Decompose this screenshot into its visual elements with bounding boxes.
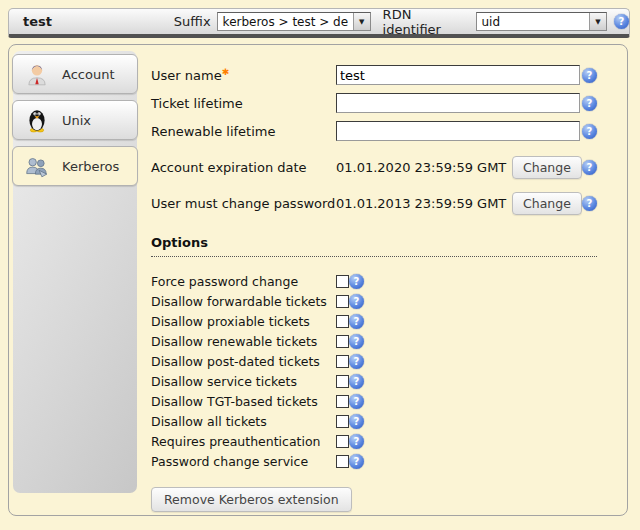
tab-kerberos[interactable]: Kerberos — [12, 146, 138, 186]
disallow-forwardable-checkbox[interactable] — [336, 295, 349, 308]
form-row-renewable-lifetime: Renewable lifetime ? — [151, 117, 597, 145]
suffix-select[interactable]: kerberos > test > de ▼ — [217, 12, 371, 31]
option-row-disallow-tgt-based: Disallow TGT-based tickets ? — [151, 391, 597, 411]
renewable-lifetime-label: Renewable lifetime — [151, 124, 336, 139]
ticket-lifetime-input[interactable] — [336, 93, 580, 113]
tab-account[interactable]: Account — [12, 54, 138, 94]
help-icon[interactable]: ? — [349, 294, 364, 309]
disallow-renewable-checkbox[interactable] — [336, 335, 349, 348]
disallow-proxiable-checkbox[interactable] — [336, 315, 349, 328]
chevron-down-icon[interactable]: ▼ — [353, 13, 370, 30]
renewable-lifetime-input[interactable] — [336, 121, 580, 141]
user-icon — [24, 61, 50, 87]
suffix-label: Suffix — [174, 14, 211, 29]
help-icon[interactable]: ? — [349, 274, 364, 289]
suffix-selected-value: kerberos > test > de — [218, 13, 353, 30]
option-row-requires-preauthentication: Requires preauthentication ? — [151, 431, 597, 451]
help-icon[interactable]: ? — [349, 314, 364, 329]
option-row-disallow-all-tickets: Disallow all tickets ? — [151, 411, 597, 431]
password-change-date-label: User must change password — [151, 196, 336, 211]
password-change-service-checkbox[interactable] — [336, 455, 349, 468]
help-icon[interactable]: ? — [349, 414, 364, 429]
help-icon[interactable]: ? — [349, 374, 364, 389]
disallow-service-checkbox[interactable] — [336, 375, 349, 388]
help-icon[interactable]: ? — [349, 394, 364, 409]
remove-kerberos-extension-button[interactable]: Remove Kerberos extension — [151, 487, 352, 512]
option-row-disallow-service: Disallow service tickets ? — [151, 371, 597, 391]
user-name-label: User name✱ — [151, 67, 336, 83]
tab-unix[interactable]: Unix — [12, 100, 138, 140]
form-row-password-change-date: User must change password 01.01.2013 23:… — [151, 189, 597, 217]
force-password-change-checkbox[interactable] — [336, 275, 349, 288]
requires-preauthentication-checkbox[interactable] — [336, 435, 349, 448]
form-row-user-name: User name✱ ? — [151, 61, 597, 89]
help-icon[interactable]: ? — [349, 334, 364, 349]
rdn-identifier-select[interactable]: uid ▼ — [476, 12, 608, 31]
help-icon[interactable]: ? — [349, 434, 364, 449]
account-expiration-value: 01.01.2020 23:59:59 GMT — [336, 160, 508, 175]
tab-account-label: Account — [62, 67, 115, 82]
options-list: Force password change ? Disallow forward… — [151, 271, 597, 471]
change-expiration-button[interactable]: Change — [512, 156, 582, 179]
help-icon[interactable]: ? — [582, 68, 597, 83]
help-icon[interactable]: ? — [614, 14, 629, 29]
user-name-input[interactable] — [336, 65, 580, 85]
tab-unix-label: Unix — [62, 113, 91, 128]
content-panel: Account Unix — [8, 44, 628, 516]
rdn-identifier-label: RDN identifier — [383, 7, 470, 37]
chevron-down-icon[interactable]: ▼ — [589, 13, 606, 30]
page-title: test — [23, 14, 166, 29]
form-row-account-expiration: Account expiration date 01.01.2020 23:59… — [151, 153, 597, 181]
password-change-date-value: 01.01.2013 23:59:59 GMT — [336, 196, 508, 211]
option-row-password-change-service: Password change service ? — [151, 451, 597, 471]
help-icon[interactable]: ? — [582, 96, 597, 111]
help-icon[interactable]: ? — [582, 160, 597, 175]
disallow-postdated-checkbox[interactable] — [336, 355, 349, 368]
form-row-ticket-lifetime: Ticket lifetime ? — [151, 89, 597, 117]
help-icon[interactable]: ? — [582, 196, 597, 211]
option-row-disallow-postdated: Disallow post-dated tickets ? — [151, 351, 597, 371]
options-heading: Options — [151, 235, 597, 257]
option-row-disallow-renewable: Disallow renewable tickets ? — [151, 331, 597, 351]
tab-kerberos-label: Kerberos — [62, 159, 119, 174]
required-icon: ✱ — [222, 67, 230, 77]
disallow-all-tickets-checkbox[interactable] — [336, 415, 349, 428]
disallow-tgt-based-checkbox[interactable] — [336, 395, 349, 408]
help-icon[interactable]: ? — [349, 454, 364, 469]
header-bar: test Suffix kerberos > test > de ▼ RDN i… — [8, 8, 630, 38]
option-row-force-password-change: Force password change ? — [151, 271, 597, 291]
ticket-lifetime-label: Ticket lifetime — [151, 96, 336, 111]
change-password-date-button[interactable]: Change — [512, 192, 582, 215]
option-row-disallow-forwardable: Disallow forwardable tickets ? — [151, 291, 597, 311]
account-expiration-label: Account expiration date — [151, 160, 336, 175]
option-row-disallow-proxiable: Disallow proxiable tickets ? — [151, 311, 597, 331]
group-icon — [24, 153, 50, 179]
kerberos-form: User name✱ ? Ticket lifetime ? Renewable… — [151, 61, 597, 512]
page: test Suffix kerberos > test > de ▼ RDN i… — [0, 0, 640, 530]
help-icon[interactable]: ? — [349, 354, 364, 369]
penguin-icon — [24, 107, 50, 133]
rdn-selected-value: uid — [477, 13, 590, 30]
help-icon[interactable]: ? — [582, 124, 597, 139]
